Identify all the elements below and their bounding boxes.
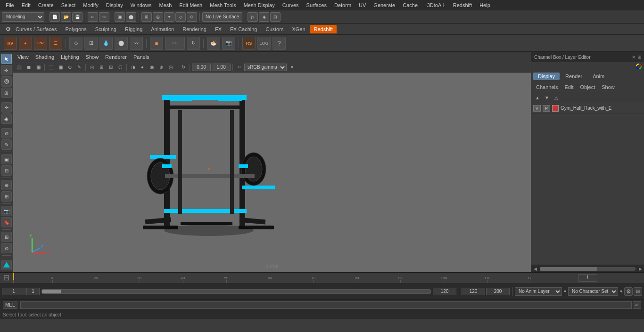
ipr-btn[interactable]: ◈ <box>259 12 269 22</box>
char-set-arrow[interactable]: ▾ <box>620 289 622 294</box>
layer-move-up[interactable]: ▲ <box>533 93 542 102</box>
vi-cam-gate[interactable]: ▣ <box>34 63 42 72</box>
shelf-tab-fxcaching[interactable]: FX Caching <box>226 25 261 33</box>
menu-generate[interactable]: Generate <box>370 1 399 9</box>
lasso-tool-btn[interactable]: ⬤ <box>126 12 136 22</box>
rotate-tool-left[interactable]: ↻ <box>1 76 12 87</box>
snap-together-btn[interactable]: ⊞ <box>1 191 12 202</box>
anim-end-input[interactable] <box>462 288 485 295</box>
shelf-tab-custom[interactable]: Custom <box>262 25 288 33</box>
viewport-scene[interactable]: X Y Z persp <box>13 73 531 272</box>
open-scene-btn[interactable]: 📂 <box>61 12 71 22</box>
menu-edit-mesh[interactable]: Edit Mesh <box>175 1 206 9</box>
rp-menu-show[interactable]: Show <box>599 83 618 91</box>
menu-file[interactable]: File <box>2 1 18 9</box>
workspace-dropdown[interactable]: Modeling <box>2 12 44 22</box>
loop-select[interactable]: ⊟ <box>1 165 12 176</box>
current-frame-display[interactable] <box>578 274 597 282</box>
lasso-tool-left[interactable]: ⊘ <box>1 128 12 138</box>
vi-color-mgmt[interactable]: ⊙ <box>235 63 243 72</box>
char-set-dropdown[interactable]: No Character Set <box>568 287 618 296</box>
layer-playback-btn[interactable]: P <box>543 105 550 112</box>
layer-move-up2[interactable]: △ <box>552 93 561 102</box>
save-scene-btn[interactable]: 💾 <box>72 12 83 22</box>
script-lang-label[interactable]: MEL <box>3 301 17 309</box>
vi-select2[interactable]: ▣ <box>56 63 65 72</box>
anim-extra-btn[interactable]: ⊟ <box>634 287 642 296</box>
vi-hud[interactable]: ⊟ <box>107 63 115 72</box>
snap-curve-btn[interactable]: ◎ <box>153 12 163 22</box>
select-tool-btn[interactable]: ▣ <box>115 12 125 22</box>
shelf-tab-redshift[interactable]: Redshift <box>310 25 337 33</box>
translate-x-input[interactable] <box>192 64 211 71</box>
vp-menu-view[interactable]: View <box>15 54 31 60</box>
timeline-left-indicator[interactable]: ⊟ <box>0 273 13 283</box>
snap-btn[interactable]: ⊙ <box>1 243 12 253</box>
menu-3dto[interactable]: -3DtoAll- <box>421 1 449 9</box>
menu-cache[interactable]: Cache <box>399 1 421 9</box>
timeline-track[interactable]: 1102030405060708090100110120 <box>13 273 531 283</box>
vi-wireframe[interactable]: ⬡ <box>116 63 124 72</box>
rp-scrollbar-track[interactable] <box>540 267 636 271</box>
snap-view-btn[interactable]: ◇ <box>175 12 186 22</box>
rp-scroll-right[interactable]: ▶ <box>636 266 644 272</box>
universal-tool[interactable]: ✛ <box>1 102 12 113</box>
anim-layer-arrow[interactable]: ▾ <box>564 289 566 294</box>
marquee-tool[interactable]: ▣ <box>1 154 12 164</box>
shelf-icon-drop[interactable]: 💧 <box>99 37 113 50</box>
shelf-icon-cam[interactable]: 📷 <box>222 37 235 50</box>
range-end-input[interactable] <box>433 288 456 295</box>
shelf-icon-question[interactable]: ? <box>272 37 286 50</box>
rp-expand-icon[interactable]: ⊞ <box>637 55 641 60</box>
bookmark-tool[interactable]: 🔖 <box>1 217 12 227</box>
rp-menu-edit[interactable]: Edit <box>561 83 576 91</box>
menu-modify[interactable]: Modify <box>79 1 102 9</box>
move-tool-left[interactable]: ✛ <box>1 65 12 75</box>
snap-live-btn[interactable]: ⊙ <box>187 12 197 22</box>
menu-windows[interactable]: Windows <box>127 1 156 9</box>
vi-paint[interactable]: ✎ <box>75 63 83 72</box>
snap-grid-btn[interactable]: ⊞ <box>141 12 152 22</box>
shelf-icon-grid[interactable]: ⊞ <box>84 37 98 50</box>
anim-max-input[interactable] <box>486 288 510 295</box>
grid-toggle[interactable]: ⊞ <box>1 232 12 242</box>
shelf-icon-ipr[interactable]: IPR <box>34 37 47 50</box>
shelf-icon-log2[interactable]: LOG <box>257 37 271 50</box>
shelf-icon-diamond[interactable]: ◇ <box>69 37 83 50</box>
no-live-surface-btn[interactable]: No Live Surface <box>202 12 242 22</box>
menu-mesh[interactable]: Mesh <box>155 1 175 9</box>
vi-select[interactable]: ⬚ <box>47 63 55 72</box>
vp-menu-panels[interactable]: Panels <box>131 54 152 60</box>
shelf-icon-rv[interactable]: RV <box>4 37 17 50</box>
rp-close-icon[interactable]: ✕ <box>632 55 636 60</box>
anim-layer-dropdown[interactable]: No Anim Layer <box>515 287 562 296</box>
menu-select[interactable]: Select <box>58 1 80 9</box>
camera-tool[interactable]: 📷 <box>1 206 12 216</box>
vp-menu-shading[interactable]: Shading <box>33 54 57 60</box>
menu-edit[interactable]: Edit <box>18 1 34 9</box>
shelf-gear-icon[interactable]: ⚙ <box>6 26 11 32</box>
maya-logo-btn[interactable] <box>1 260 12 270</box>
vp-menu-show[interactable]: Show <box>83 54 101 60</box>
menu-mesh-display[interactable]: Mesh Display <box>240 1 279 9</box>
vi-snap[interactable]: ⊙ <box>66 63 74 72</box>
vi-color-arrow[interactable]: ▾ <box>288 63 296 72</box>
shelf-tab-rigging[interactable]: Rigging <box>121 25 146 33</box>
shelf-tab-xgen[interactable]: XGen <box>288 25 309 33</box>
menu-mesh-tools[interactable]: Mesh Tools <box>206 1 239 9</box>
undo-btn[interactable]: ↩ <box>88 12 98 22</box>
shelf-icon-rs-r[interactable]: RS <box>242 37 256 50</box>
shelf-icon-bowl[interactable]: 🍜 <box>207 37 220 50</box>
menu-surfaces[interactable]: Surfaces <box>303 1 330 9</box>
shelf-icon-wave[interactable]: 〰 <box>130 37 143 50</box>
layer-visibility-btn[interactable]: V <box>533 105 541 112</box>
shelf-icon-anim[interactable]: ≈≈ <box>165 37 185 50</box>
shelf-tab-sculpting[interactable]: Sculpting <box>91 25 120 33</box>
menu-uv[interactable]: UV <box>355 1 370 9</box>
show-manip-btn[interactable]: ⊕ <box>1 180 12 190</box>
vi-cam-film[interactable]: ◼ <box>25 63 33 72</box>
shelf-tab-polygons[interactable]: Polygons <box>61 25 90 33</box>
snap-point-btn[interactable]: ✦ <box>164 12 174 22</box>
vi-isolate[interactable]: ◎ <box>88 63 96 72</box>
paint-tool[interactable]: ✎ <box>1 139 12 150</box>
